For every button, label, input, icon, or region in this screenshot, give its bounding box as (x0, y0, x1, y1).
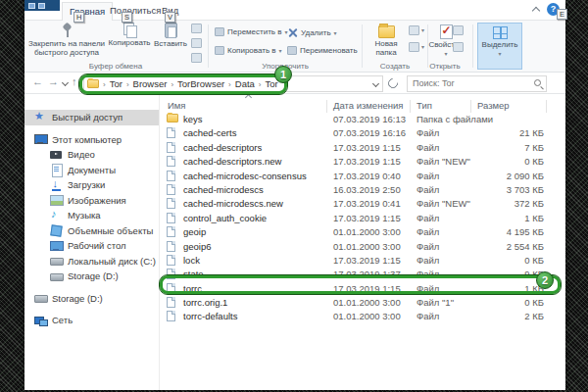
explorer-window-icon (28, 3, 35, 9)
sidebar-item-label: Объемные объекты (68, 225, 153, 236)
screenshot: { "ribbon": { "tabs": [ { "label": "Глав… (0, 0, 588, 392)
file-row[interactable]: cached-descriptors.new17.03.2019 1:15Фай… (162, 155, 552, 169)
forward-icon[interactable]: → (48, 75, 59, 87)
select-icon (493, 26, 508, 39)
keytip-home: H (74, 12, 84, 23)
file-row[interactable]: torrc.orig.101.01.2000 3:00Файл "1"0 КБ (162, 296, 552, 310)
rename-button[interactable]: Переименовать (287, 46, 358, 55)
file-type: Файл (416, 226, 439, 237)
file-type: Файл (416, 311, 439, 321)
refresh-icon[interactable] (386, 76, 400, 90)
file-date: 01.01.2000 3:00 (333, 226, 401, 237)
sidebar-item-label: Этот компьютер (52, 134, 122, 145)
properties-label: Свойства (418, 41, 473, 50)
annotation-rect-breadcrumb (79, 74, 287, 94)
move-to-button[interactable]: Переместить в ▾ (215, 27, 288, 36)
file-row[interactable]: geoip01.01.2000 3:00Файл4 195 КБ (162, 225, 552, 239)
sidebar-item[interactable]: Документы (24, 163, 159, 178)
file-date: 01.01.2000 3:00 (333, 311, 401, 321)
properties-button[interactable]: Свойства ▾ (418, 23, 473, 58)
navigation-pane: Быстрый доступЭтот компьютерВидеоДокумен… (24, 94, 160, 390)
sidebar-item[interactable]: Storage (D:) (24, 291, 159, 307)
file-name: control_auth_cookie (183, 213, 267, 223)
file-row[interactable]: torrc-defaults01.01.2000 3:00Файл2 КБ (162, 310, 552, 323)
file-row[interactable]: cached-certs07.03.2019 16:16Файл21 КБ (162, 126, 552, 140)
file-row[interactable]: lock17.03.2019 1:15Файл0 КБ (162, 254, 552, 268)
history-icon[interactable] (453, 42, 464, 52)
file-row[interactable]: control_auth_cookie17.03.2019 1:15Файл1 … (162, 212, 552, 225)
sidebar-item-label: Рабочий стол (68, 240, 126, 251)
file-list: Имя Дата изменения Тип Размер keys07.03.… (162, 94, 552, 390)
video-icon (50, 149, 62, 161)
keytip-help: E (557, 9, 567, 20)
sidebar-item[interactable]: Сеть (24, 313, 159, 328)
folder-icon (167, 114, 178, 122)
file-row[interactable]: cached-microdesc-consensus17.03.2019 0:4… (162, 170, 552, 183)
file-icon (167, 297, 175, 308)
sidebar-item-label: Видео (68, 149, 95, 160)
file-date: 16.03.2019 2:50 (333, 184, 401, 195)
file-icon (167, 156, 175, 167)
column-header-name[interactable]: Имя (168, 100, 186, 111)
file-icon (167, 213, 175, 223)
copy-path-icon[interactable] (191, 38, 202, 48)
delete-button[interactable]: Удалить ▾ (287, 27, 337, 38)
sidebar-item[interactable]: Объемные объекты (24, 223, 159, 239)
file-date: 01.01.2000 3:00 (333, 297, 401, 308)
copy-to-button[interactable]: Копировать в ▾ (215, 46, 282, 55)
sidebar-item[interactable]: Рабочий стол (24, 238, 159, 254)
file-name: keys (183, 114, 203, 124)
copy-button[interactable]: Копировать (107, 23, 152, 48)
sidebar-item[interactable]: Музыка (24, 208, 159, 223)
ribbon-home: Закрепить на панели быстрого доступа Коп… (24, 21, 565, 73)
recent-locations-icon[interactable] (62, 79, 69, 86)
back-icon[interactable]: ← (32, 75, 43, 87)
search-input[interactable]: Поиск: Tor (407, 75, 547, 92)
sidebar-item[interactable]: Локальный диск (C:) (24, 254, 159, 270)
up-icon[interactable]: ↑ (72, 75, 77, 87)
sidebar-item-label: Storage (D:) (68, 270, 119, 281)
file-size: 2 554 КБ (456, 241, 544, 252)
file-type: Файл (416, 184, 439, 195)
sidebar-item[interactable]: Загрузки (24, 177, 159, 193)
column-headers: Имя Дата изменения Тип Размер (162, 100, 552, 114)
quick-access-toolbar-icon[interactable] (38, 3, 45, 9)
column-header-size[interactable]: Размер (477, 100, 510, 111)
edit-icon[interactable] (453, 25, 464, 35)
address-dropdown-icon[interactable] (372, 80, 379, 87)
file-row[interactable]: cached-descriptors17.03.2019 1:15Файл7 К… (162, 141, 552, 155)
sidebar-item-label: Документы (68, 165, 116, 175)
file-type: Папка с файлами (416, 114, 493, 124)
cut-icon[interactable] (191, 24, 202, 33)
file-row[interactable]: geoip601.01.2000 3:00Файл2 554 КБ (162, 240, 552, 254)
sidebar-item[interactable]: Этот компьютер (24, 132, 159, 148)
pin-to-quick-access-button[interactable]: Закрепить на панели быстрого доступа (26, 23, 107, 57)
sidebar-item[interactable]: Изображения (24, 193, 159, 209)
paste-button[interactable]: Вставить (152, 23, 189, 49)
sidebar-item-label: Музыка (68, 210, 101, 220)
copy-to-label: Копировать в (227, 46, 276, 55)
file-row[interactable]: cached-microdescs.new17.03.2019 0:41Файл… (162, 197, 552, 211)
search-icon (534, 79, 541, 86)
group-label-clipboard: Буфер обмена (26, 62, 205, 71)
file-icon (167, 142, 175, 153)
file-row[interactable]: keys07.03.2019 16:13Папка с файлами (162, 113, 552, 126)
sidebar-item[interactable]: Быстрый доступ (24, 110, 159, 125)
sidebar-item[interactable]: Storage (D:) (24, 269, 159, 284)
collapse-ribbon-icon[interactable] (532, 7, 540, 15)
network-icon (34, 315, 46, 326)
file-date: 17.03.2019 1:15 (333, 142, 401, 153)
file-icon (167, 127, 175, 138)
column-header-date[interactable]: Дата изменения (333, 100, 403, 111)
delete-label: Удалить (301, 28, 331, 37)
new-folder-button[interactable]: Новая папка (366, 23, 407, 57)
file-row[interactable]: cached-microdescs16.03.2019 2:50Файл3 70… (162, 183, 552, 197)
sidebar-item[interactable]: Видео (24, 147, 159, 163)
select-button[interactable]: Выделить ▾ (477, 23, 522, 70)
file-icon (167, 184, 175, 195)
delete-icon (287, 27, 298, 38)
file-icon (167, 255, 175, 266)
file-type: Файл (416, 142, 439, 153)
select-label: Выделить (478, 41, 521, 50)
column-header-type[interactable]: Тип (416, 100, 432, 111)
